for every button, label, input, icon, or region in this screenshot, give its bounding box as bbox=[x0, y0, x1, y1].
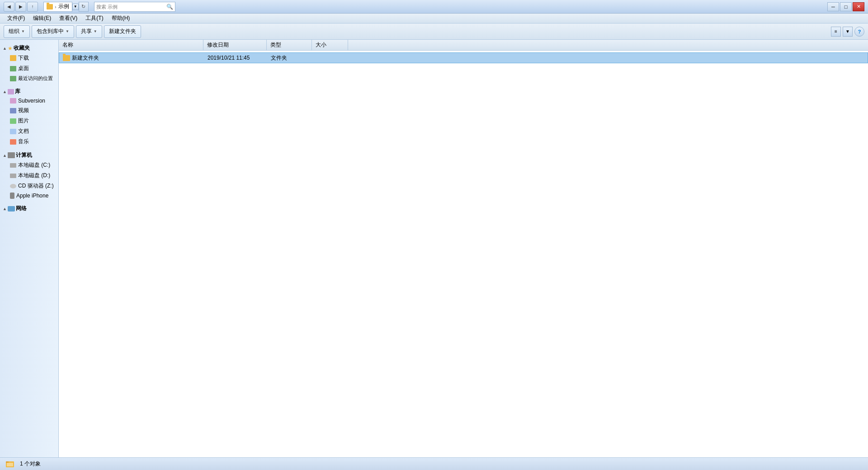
svg-rect-2 bbox=[7, 463, 13, 466]
sidebar-item-drive-z[interactable]: CD 驱动器 (Z:) bbox=[0, 181, 58, 191]
library-collapse-icon: ▲ bbox=[3, 89, 7, 94]
back-button[interactable]: ◀ bbox=[4, 2, 14, 12]
share-button[interactable]: 共享 ▼ bbox=[76, 25, 102, 38]
address-dropdown[interactable]: ▼ bbox=[72, 4, 79, 10]
sidebar-item-image[interactable]: 图片 bbox=[0, 116, 58, 126]
file-name: 新建文件夹 bbox=[72, 54, 99, 62]
share-label: 共享 bbox=[81, 28, 92, 35]
organize-dropdown-icon: ▼ bbox=[21, 29, 25, 33]
address-text: 示例 bbox=[58, 3, 69, 10]
favorites-header[interactable]: ▲ ★ 收藏夹 bbox=[0, 42, 58, 53]
sidebar-item-apple-iphone[interactable]: Apple iPhone bbox=[0, 191, 58, 200]
close-button[interactable]: ✕ bbox=[853, 2, 864, 11]
menu-file[interactable]: 文件(F) bbox=[4, 14, 28, 23]
forward-icon: ▶ bbox=[19, 4, 23, 9]
file-date: 2019/10/21 11:45 bbox=[208, 55, 250, 61]
col-header-type[interactable]: 类型 bbox=[267, 40, 312, 50]
file-area: 名称 修改日期 类型 大小 新建文件夹 2019/10/21 11:45 bbox=[59, 40, 868, 457]
sidebar-item-subversion[interactable]: Subversion bbox=[0, 96, 58, 105]
search-bar[interactable]: 🔍 bbox=[94, 2, 175, 12]
forward-button[interactable]: ▶ bbox=[15, 2, 26, 12]
computer-collapse-icon: ▲ bbox=[3, 153, 7, 158]
address-box[interactable]: › 示例 bbox=[43, 2, 72, 12]
video-label: 视频 bbox=[18, 107, 29, 114]
help-button[interactable]: ? bbox=[854, 27, 864, 37]
grid-view-icon: ▼ bbox=[845, 29, 850, 34]
window-controls: ─ □ ✕ bbox=[827, 2, 864, 11]
include-library-button[interactable]: 包含到库中 ▼ bbox=[32, 25, 74, 38]
status-bar: 1 个对象 bbox=[0, 457, 868, 470]
sidebar-item-drive-c[interactable]: 本地磁盘 (C:) bbox=[0, 160, 58, 170]
up-button[interactable]: ↑ bbox=[27, 2, 38, 12]
back-icon: ◀ bbox=[7, 4, 11, 9]
image-label: 图片 bbox=[18, 117, 29, 125]
organize-button[interactable]: 组织 ▼ bbox=[4, 25, 30, 38]
menu-edit[interactable]: 编辑(E) bbox=[29, 14, 55, 23]
network-header[interactable]: ▲ 网络 bbox=[0, 202, 58, 213]
network-section: ▲ 网络 bbox=[0, 202, 58, 213]
favorites-label: 收藏夹 bbox=[14, 44, 30, 52]
title-bar-left: ◀ ▶ ↑ › 示例 ▼ ↻ 🔍 bbox=[4, 2, 175, 12]
address-separator: › bbox=[55, 4, 57, 9]
menu-tools[interactable]: 工具(T) bbox=[82, 14, 107, 23]
sidebar-item-recent[interactable]: 最近访问的位置 bbox=[0, 74, 58, 83]
desktop-label: 桌面 bbox=[18, 65, 29, 72]
subversion-icon bbox=[10, 98, 16, 103]
minimize-button[interactable]: ─ bbox=[827, 2, 839, 11]
favorites-section: ▲ ★ 收藏夹 下载 桌面 最近访问的位置 bbox=[0, 42, 58, 83]
search-icon[interactable]: 🔍 bbox=[166, 4, 173, 10]
desktop-icon bbox=[10, 66, 16, 71]
dropdown-icon: ▼ bbox=[74, 5, 77, 9]
maximize-icon: □ bbox=[844, 4, 848, 9]
grid-view-button[interactable]: ▼ bbox=[843, 27, 853, 37]
sidebar-item-video[interactable]: 视频 bbox=[0, 105, 58, 116]
search-input[interactable] bbox=[96, 4, 165, 9]
menu-view[interactable]: 查看(V) bbox=[56, 14, 81, 23]
sidebar-item-desktop[interactable]: 桌面 bbox=[0, 63, 58, 74]
address-bar: › 示例 ▼ ↻ bbox=[43, 2, 89, 12]
computer-label: 计算机 bbox=[16, 151, 32, 159]
network-label: 网络 bbox=[16, 205, 27, 212]
computer-section: ▲ 计算机 本地磁盘 (C:) 本地磁盘 (D:) CD 驱动器 (Z:) Ap… bbox=[0, 149, 58, 200]
col-header-name[interactable]: 名称 bbox=[59, 40, 203, 50]
col-header-size[interactable]: 大小 bbox=[312, 40, 348, 50]
folder-icon bbox=[47, 4, 53, 9]
file-folder-icon bbox=[63, 55, 70, 61]
music-label: 音乐 bbox=[18, 138, 29, 146]
sidebar-item-document[interactable]: 文档 bbox=[0, 126, 58, 136]
toolbar: 组织 ▼ 包含到库中 ▼ 共享 ▼ 新建文件夹 ≡ ▼ ? bbox=[0, 24, 868, 40]
video-icon bbox=[10, 108, 16, 113]
file-name-cell: 新建文件夹 bbox=[59, 54, 204, 62]
iphone-label: Apple iPhone bbox=[16, 193, 48, 199]
list-view-button[interactable]: ≡ bbox=[831, 27, 841, 37]
computer-header[interactable]: ▲ 计算机 bbox=[0, 149, 58, 160]
menu-help[interactable]: 帮助(H) bbox=[108, 14, 134, 23]
maximize-button[interactable]: □ bbox=[840, 2, 852, 11]
new-folder-button[interactable]: 新建文件夹 bbox=[104, 25, 141, 38]
drive-z-label: CD 驱动器 (Z:) bbox=[18, 182, 54, 190]
share-dropdown-icon: ▼ bbox=[94, 29, 97, 33]
recent-icon bbox=[10, 76, 16, 81]
library-header[interactable]: ▲ 库 bbox=[0, 85, 58, 96]
column-headers: 名称 修改日期 类型 大小 bbox=[59, 40, 868, 51]
refresh-icon: ↻ bbox=[81, 4, 85, 9]
minimize-icon: ─ bbox=[831, 4, 835, 9]
refresh-button[interactable]: ↻ bbox=[79, 2, 89, 12]
sidebar-item-drive-d[interactable]: 本地磁盘 (D:) bbox=[0, 170, 58, 181]
file-list: 新建文件夹 2019/10/21 11:45 文件夹 bbox=[59, 51, 868, 457]
table-row[interactable]: 新建文件夹 2019/10/21 11:45 文件夹 bbox=[59, 52, 868, 63]
nav-buttons: ◀ ▶ ↑ bbox=[4, 2, 38, 12]
sidebar-item-download[interactable]: 下载 bbox=[0, 53, 58, 63]
up-icon: ↑ bbox=[32, 4, 34, 9]
hdd-c-icon bbox=[10, 163, 16, 168]
network-collapse-icon: ▲ bbox=[3, 207, 7, 211]
list-view-icon: ≡ bbox=[835, 29, 837, 34]
file-date-cell: 2019/10/21 11:45 bbox=[204, 55, 267, 61]
file-type: 文件夹 bbox=[271, 55, 287, 61]
include-library-dropdown-icon: ▼ bbox=[66, 29, 69, 33]
close-icon: ✕ bbox=[857, 4, 861, 9]
col-header-date[interactable]: 修改日期 bbox=[203, 40, 267, 50]
svg-rect-1 bbox=[6, 461, 9, 463]
sidebar-item-music[interactable]: 音乐 bbox=[0, 136, 58, 147]
document-label: 文档 bbox=[18, 127, 29, 135]
